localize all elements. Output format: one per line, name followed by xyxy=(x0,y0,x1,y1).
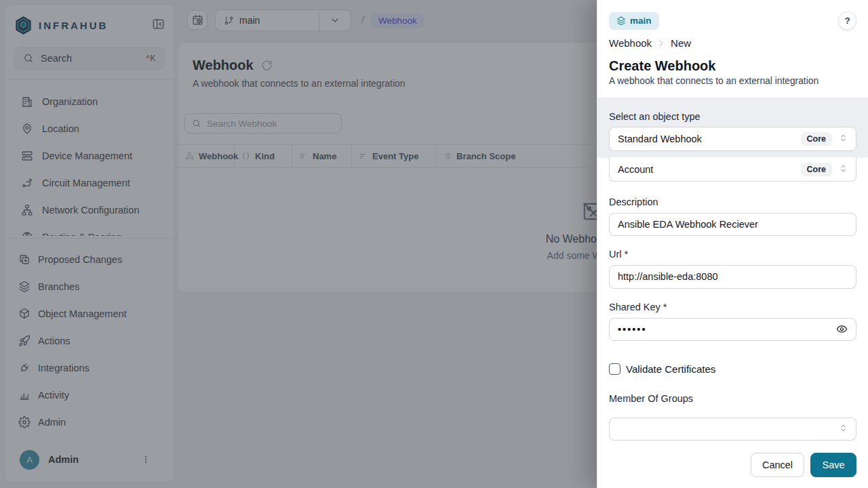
chevrons-up-down-icon xyxy=(839,423,848,435)
chevrons-up-down-icon xyxy=(839,163,848,176)
help-button[interactable]: ? xyxy=(838,12,856,30)
create-webhook-panel: main ? Webhook New Create Webhook A webh… xyxy=(597,0,868,488)
url-value: http://ansible-eda:8080 xyxy=(618,271,848,282)
description-input[interactable]: Ansible EDA Webhook Reciever xyxy=(609,213,856,236)
panel-footer: Cancel Save xyxy=(609,453,856,477)
chevrons-up-down-icon xyxy=(839,133,848,145)
panel-subtitle: A webhook that connects to an external i… xyxy=(609,76,856,86)
url-input[interactable]: http://ansible-eda:8080 xyxy=(609,265,856,288)
member-of-groups-label: Member Of Groups xyxy=(609,393,856,404)
member-of-groups-select[interactable] xyxy=(609,418,856,441)
object-type-select[interactable]: Standard Webhook Core xyxy=(609,127,856,151)
shared-key-label: Shared Key * xyxy=(609,302,856,312)
shared-key-value: •••••• xyxy=(618,324,836,335)
app-screen: INFRAHUB Search ^K Organization xyxy=(0,0,868,488)
save-button[interactable]: Save xyxy=(810,453,856,477)
cancel-button[interactable]: Cancel xyxy=(751,453,804,477)
object-type-section: Select an object type Standard Webhook C… xyxy=(597,98,868,157)
branch-badge-label: main xyxy=(630,16,652,26)
breadcrumb-parent[interactable]: Webhook xyxy=(609,37,652,49)
shared-key-input[interactable]: •••••• xyxy=(609,318,856,341)
panel-title: Create Webhook xyxy=(609,58,856,73)
eye-icon[interactable] xyxy=(836,323,848,335)
object-type-value: Standard Webhook xyxy=(618,134,801,144)
validate-certificates-label: Validate Certificates xyxy=(626,363,715,375)
account-select[interactable]: Account Core xyxy=(609,157,856,182)
object-type-label: Select an object type xyxy=(609,111,856,122)
description-value: Ansible EDA Webhook Reciever xyxy=(618,219,848,230)
validate-certificates-row[interactable]: Validate Certificates xyxy=(609,363,856,375)
description-label: Description xyxy=(609,197,856,207)
layers-icon xyxy=(616,16,626,26)
chevron-right-icon xyxy=(656,39,666,48)
validate-certificates-checkbox[interactable] xyxy=(609,363,620,375)
core-badge: Core xyxy=(801,132,832,146)
panel-breadcrumb: Webhook New xyxy=(609,37,856,49)
breadcrumb-current: New xyxy=(671,37,691,49)
core-badge: Core xyxy=(801,163,832,176)
branch-badge: main xyxy=(609,12,659,30)
account-value: Account xyxy=(618,164,801,175)
url-label: Url * xyxy=(609,249,856,260)
